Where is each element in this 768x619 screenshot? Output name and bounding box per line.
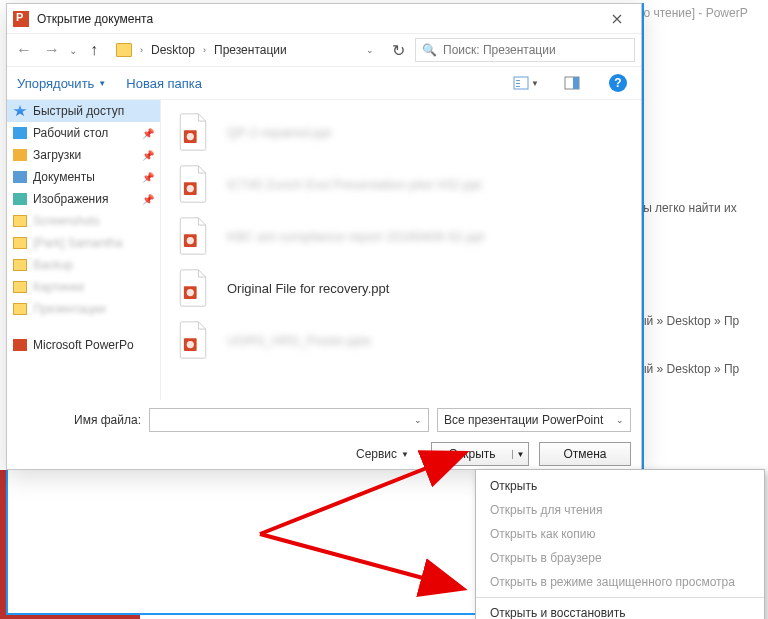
menu-item: Открыть в режиме защищенного просмотра <box>476 570 764 594</box>
svg-point-11 <box>187 237 194 244</box>
filename-input[interactable]: ⌄ <box>149 408 429 432</box>
new-folder-button[interactable]: Новая папка <box>126 76 202 91</box>
file-name: KBC ant compliance report 20180409-52.pp… <box>227 229 484 244</box>
search-icon: 🔍 <box>422 43 437 57</box>
filetype-select[interactable]: Все презентации PowerPoint⌄ <box>437 408 631 432</box>
pin-icon: 📌 <box>142 128 154 139</box>
open-button-main[interactable]: Открыть <box>432 447 512 461</box>
open-dropdown-menu: ОткрытьОткрыть для чтенияОткрыть как коп… <box>475 469 765 619</box>
sidebar-item-downloads[interactable]: Загрузки📌 <box>7 144 160 166</box>
menu-separator <box>476 597 764 598</box>
file-name: UGRS_HRS_Poster.pptx <box>227 333 372 348</box>
sidebar-item-powerpoint[interactable]: Microsoft PowerPo <box>7 334 160 356</box>
menu-item[interactable]: Открыть и восстановить <box>476 601 764 619</box>
sidebar-item-folder[interactable]: Презентации <box>7 298 160 320</box>
nav-recent-dropdown[interactable]: ⌄ <box>69 45 77 56</box>
dialog-body: Быстрый доступ Рабочий стол📌 Загрузки📌 Д… <box>7 100 641 400</box>
folder-icon <box>13 215 27 227</box>
svg-rect-2 <box>516 83 520 84</box>
file-name: ICT45 Zurich End Presentation pilot V02.… <box>227 177 481 192</box>
svg-point-9 <box>187 185 194 192</box>
sidebar-item-desktop[interactable]: Рабочий стол📌 <box>7 122 160 144</box>
search-placeholder: Поиск: Презентации <box>443 43 556 57</box>
file-row[interactable]: UGRS_HRS_Poster.pptx <box>169 314 633 366</box>
sidebar-item-quick-access[interactable]: Быстрый доступ <box>7 100 160 122</box>
powerpoint-icon <box>13 11 29 27</box>
svg-rect-3 <box>516 86 520 87</box>
nav-forward-button: → <box>41 39 63 61</box>
dialog-title: Открытие документа <box>37 12 599 26</box>
chevron-down-icon: ▼ <box>531 79 539 88</box>
tools-button[interactable]: Сервис▼ <box>356 447 409 461</box>
svg-point-15 <box>187 341 194 348</box>
documents-icon <box>13 171 27 183</box>
ppt-file-icon <box>173 320 213 360</box>
close-button[interactable] <box>599 7 635 31</box>
downloads-icon <box>13 149 27 161</box>
view-options-button[interactable]: ▼ <box>513 71 539 95</box>
folder-icon <box>13 281 27 293</box>
sidebar-item-images[interactable]: Изображения📌 <box>7 188 160 210</box>
sidebar-item-folder[interactable]: Backup <box>7 254 160 276</box>
folder-icon <box>13 237 27 249</box>
dialog-titlebar[interactable]: Открытие документа <box>7 4 641 34</box>
menu-item: Открыть как копию <box>476 522 764 546</box>
help-icon: ? <box>609 74 627 92</box>
nav-sidebar: Быстрый доступ Рабочий стол📌 Загрузки📌 Д… <box>7 100 161 400</box>
preview-pane-button[interactable] <box>559 71 585 95</box>
sidebar-item-folder[interactable]: Картинки <box>7 276 160 298</box>
powerpoint-icon <box>13 339 27 351</box>
star-icon <box>13 105 27 117</box>
chevron-right-icon: › <box>138 45 145 55</box>
breadcrumb-segment-1[interactable]: Desktop <box>151 43 195 57</box>
nav-up-button[interactable]: ↑ <box>83 39 105 61</box>
nav-row: ← → ⌄ ↑ › Desktop › Презентации ⌄ ↻ 🔍 По… <box>7 34 641 66</box>
menu-item: Открыть в браузере <box>476 546 764 570</box>
chevron-down-icon: ▼ <box>401 450 409 459</box>
nav-back-button[interactable]: ← <box>13 39 35 61</box>
chevron-down-icon: ▼ <box>517 450 525 459</box>
background-app-title: ко чтение] - PowerP <box>638 4 768 26</box>
ppt-file-icon <box>173 164 213 204</box>
refresh-button[interactable]: ↻ <box>387 41 409 60</box>
open-button-dropdown[interactable]: ▼ <box>512 450 528 459</box>
file-row[interactable]: KBC ant compliance report 20180409-52.pp… <box>169 210 633 262</box>
sidebar-item-folder[interactable]: Screenshots <box>7 210 160 232</box>
ppt-file-icon <box>173 268 213 308</box>
ppt-file-icon <box>173 216 213 256</box>
images-icon <box>13 193 27 205</box>
view-icon <box>513 76 529 90</box>
chevron-down-icon: ⌄ <box>616 415 624 425</box>
open-split-button[interactable]: Открыть ▼ <box>431 442 529 466</box>
chevron-down-icon[interactable]: ⌄ <box>364 45 376 55</box>
file-list[interactable]: QP-2-repaired.pptICT45 Zurich End Presen… <box>161 100 641 400</box>
file-name: Original File for recovery.ppt <box>227 281 389 296</box>
svg-point-13 <box>187 289 194 296</box>
breadcrumb[interactable]: › Desktop › Презентации ⌄ <box>111 38 381 62</box>
chevron-down-icon: ⌄ <box>414 415 422 425</box>
menu-item[interactable]: Открыть <box>476 474 764 498</box>
file-row[interactable]: QP-2-repaired.ppt <box>169 106 633 158</box>
ppt-file-icon <box>173 112 213 152</box>
svg-point-7 <box>187 133 194 140</box>
svg-rect-1 <box>516 80 520 81</box>
organize-button[interactable]: Упорядочить▼ <box>17 76 106 91</box>
search-input[interactable]: 🔍 Поиск: Презентации <box>415 38 635 62</box>
dialog-footer: Имя файла: ⌄ Все презентации PowerPoint⌄… <box>7 400 641 476</box>
breadcrumb-segment-2[interactable]: Презентации <box>214 43 287 57</box>
help-button[interactable]: ? <box>605 71 631 95</box>
folder-icon <box>116 43 132 57</box>
folder-icon <box>13 259 27 271</box>
sidebar-item-folder[interactable]: [Park] Samantha <box>7 232 160 254</box>
file-name: QP-2-repaired.ppt <box>227 125 331 140</box>
preview-pane-icon <box>564 76 580 90</box>
page-root: ко чтение] - PowerP пки чтобы легко найт… <box>0 0 768 619</box>
chevron-right-icon: › <box>201 45 208 55</box>
sidebar-item-documents[interactable]: Документы📌 <box>7 166 160 188</box>
open-file-dialog: Открытие документа ← → ⌄ ↑ › Desktop › П… <box>6 3 642 470</box>
svg-rect-5 <box>573 77 579 89</box>
cancel-button[interactable]: Отмена <box>539 442 631 466</box>
pin-icon: 📌 <box>142 194 154 205</box>
file-row[interactable]: Original File for recovery.ppt <box>169 262 633 314</box>
file-row[interactable]: ICT45 Zurich End Presentation pilot V02.… <box>169 158 633 210</box>
